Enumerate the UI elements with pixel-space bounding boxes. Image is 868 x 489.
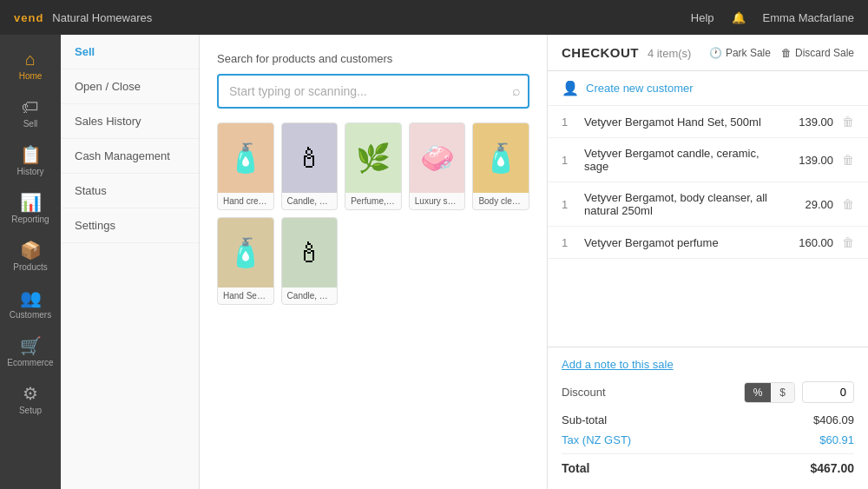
product-card[interactable]: 🧴 Hand cream 120m...: [217, 122, 274, 210]
product-name: Perfume, Vetyver...: [345, 193, 401, 209]
checkout-item: 1 Vetyver Bergamot, body cleanser, all n…: [548, 182, 868, 227]
product-image: 🧴: [218, 218, 273, 287]
sidebar-item-history[interactable]: 📋 History: [0, 137, 61, 185]
checkout-actions: 🕐 Park Sale 🗑 Discard Sale: [709, 47, 854, 59]
checkout-items-count: 4 item(s): [648, 47, 692, 60]
checkout-item-price: 139.00: [790, 154, 833, 167]
checkout-item: 1 Vetyver Bergamot candle, ceramic, sage…: [548, 138, 868, 182]
total-value: $467.00: [810, 461, 854, 475]
history-icon: 📋: [20, 146, 42, 163]
product-card[interactable]: 🌿 Perfume, Vetyver...: [345, 122, 402, 210]
product-name: Body cleanser, 25...: [473, 193, 529, 209]
search-bar: ⌕: [217, 74, 529, 109]
product-image: 🧴: [218, 123, 273, 193]
product-name: Candle, sage, cera...: [282, 287, 338, 304]
reporting-icon: 📊: [20, 194, 42, 211]
home-icon: ⌂: [25, 50, 36, 68]
left-panel-sales-history[interactable]: Sales History: [61, 104, 199, 139]
checkout-header: CHECKOUT 4 item(s) 🕐 Park Sale 🗑 Discard…: [548, 35, 868, 71]
discount-input[interactable]: [802, 381, 854, 403]
setup-icon: ⚙: [23, 385, 38, 402]
search-icon: ⌕: [512, 83, 521, 99]
help-link[interactable]: Help: [691, 11, 714, 24]
create-customer-row[interactable]: 👤 Create new customer: [548, 71, 868, 106]
topbar: vend Natural Homewares Help 🔔 Emma Macfa…: [0, 0, 868, 35]
product-image: 🧴: [473, 123, 529, 193]
checkout-title: CHECKOUT: [562, 45, 639, 60]
notification-bell-icon[interactable]: 🔔: [732, 11, 746, 24]
delete-item-button[interactable]: 🗑: [842, 197, 854, 211]
left-panel-settings[interactable]: Settings: [61, 208, 199, 243]
product-image: 🕯: [282, 218, 338, 287]
product-image: 🧼: [410, 123, 465, 193]
sidebar-item-home[interactable]: ⌂ Home: [0, 42, 61, 89]
checkout-item-price: 160.00: [790, 236, 833, 249]
discount-dollar-button[interactable]: $: [771, 383, 794, 402]
product-name: Hand Set, 500ml,...: [218, 287, 273, 304]
sidebar-label-setup: Setup: [19, 406, 42, 415]
product-name: Luxury soap, Vety...: [410, 193, 465, 209]
product-card[interactable]: 🧼 Luxury soap, Vety...: [409, 122, 466, 210]
product-name: Candle, charcoal,...: [282, 193, 338, 209]
delete-item-button[interactable]: 🗑: [842, 115, 854, 129]
discount-label: Discount: [562, 386, 737, 399]
checkout-body: 👤 Create new customer 1 Vetyver Bergamot…: [548, 71, 868, 347]
subtotal-label: Sub-total: [562, 413, 607, 426]
product-card[interactable]: 🧴 Body cleanser, 25...: [472, 122, 529, 210]
delete-item-button[interactable]: 🗑: [842, 153, 854, 167]
sidebar-label-reporting: Reporting: [11, 215, 49, 224]
add-note-link[interactable]: Add a note to this sale: [562, 358, 854, 371]
customer-icon: 👤: [562, 80, 579, 96]
delete-item-button[interactable]: 🗑: [842, 235, 854, 249]
right-panel: CHECKOUT 4 item(s) 🕐 Park Sale 🗑 Discard…: [547, 35, 868, 489]
tax-label: Tax (NZ GST): [562, 433, 631, 446]
discount-percent-button[interactable]: %: [745, 383, 772, 402]
left-panel-cash-management[interactable]: Cash Management: [61, 139, 199, 174]
discard-sale-label: Discard Sale: [795, 47, 854, 59]
sidebar-label-home: Home: [19, 71, 43, 81]
product-card[interactable]: 🧴 Hand Set, 500ml,...: [217, 217, 274, 305]
sidebar-item-reporting[interactable]: 📊 Reporting: [0, 185, 61, 233]
sidebar-item-setup[interactable]: ⚙ Setup: [0, 376, 61, 424]
sidebar-item-sell[interactable]: 🏷 Sell: [0, 89, 61, 137]
product-grid: 🧴 Hand cream 120m... 🕯 Candle, charcoal,…: [217, 122, 529, 305]
create-customer-label: Create new customer: [586, 82, 694, 95]
sidebar-item-ecommerce[interactable]: 🛒 Ecommerce: [0, 328, 61, 376]
checkout-item-price: 139.00: [790, 116, 833, 129]
left-panel-open-close[interactable]: Open / Close: [61, 69, 199, 104]
search-label: Search for products and customers: [217, 52, 529, 65]
checkout-item-qty: 1: [562, 154, 575, 167]
checkout-item: 1 Vetyver Bergamot perfume 160.00 🗑: [548, 227, 868, 259]
customers-icon: 👥: [20, 289, 42, 307]
tax-value: $60.91: [819, 433, 854, 446]
sidebar-item-products[interactable]: 📦 Products: [0, 233, 61, 281]
sidebar-label-history: History: [16, 167, 43, 176]
sidebar-label-products: Products: [13, 262, 47, 272]
product-card[interactable]: 🕯 Candle, charcoal,...: [281, 122, 339, 210]
checkout-footer: Add a note to this sale Discount % $ Sub…: [548, 347, 868, 489]
discard-sale-button[interactable]: 🗑 Discard Sale: [781, 47, 854, 59]
park-sale-label: Park Sale: [726, 47, 771, 59]
left-panel-status[interactable]: Status: [61, 174, 199, 208]
sidebar-item-customers[interactable]: 👥 Customers: [0, 281, 61, 328]
topbar-logo: vend: [14, 11, 43, 24]
sidebar: ⌂ Home 🏷 Sell 📋 History 📊 Reporting 📦 Pr…: [0, 35, 61, 489]
sidebar-label-sell: Sell: [23, 119, 38, 129]
checkout-item-name: Vetyver Bergamot candle, ceramic, sage: [584, 147, 781, 173]
subtotal-row: Sub-total $406.09: [562, 410, 854, 430]
product-card[interactable]: 🕯 Candle, sage, cera...: [281, 217, 339, 305]
totals: Sub-total $406.09 Tax (NZ GST) $60.91 To…: [562, 410, 854, 479]
checkout-item-qty: 1: [562, 236, 575, 249]
products-icon: 📦: [20, 241, 42, 259]
content-area: Sell Open / Close Sales History Cash Man…: [61, 35, 868, 489]
checkout-items-list: 1 Vetyver Bergamot Hand Set, 500ml 139.0…: [548, 106, 868, 259]
checkout-item-qty: 1: [562, 198, 575, 211]
user-name[interactable]: Emma Macfarlane: [763, 11, 854, 24]
product-image: 🕯: [282, 123, 338, 193]
trash-icon: 🗑: [781, 47, 792, 59]
search-input[interactable]: [217, 74, 529, 109]
left-panel-sell[interactable]: Sell: [61, 35, 199, 69]
park-sale-button[interactable]: 🕐 Park Sale: [709, 47, 771, 59]
sidebar-label-customers: Customers: [10, 310, 51, 320]
sell-icon: 🏷: [22, 98, 39, 116]
